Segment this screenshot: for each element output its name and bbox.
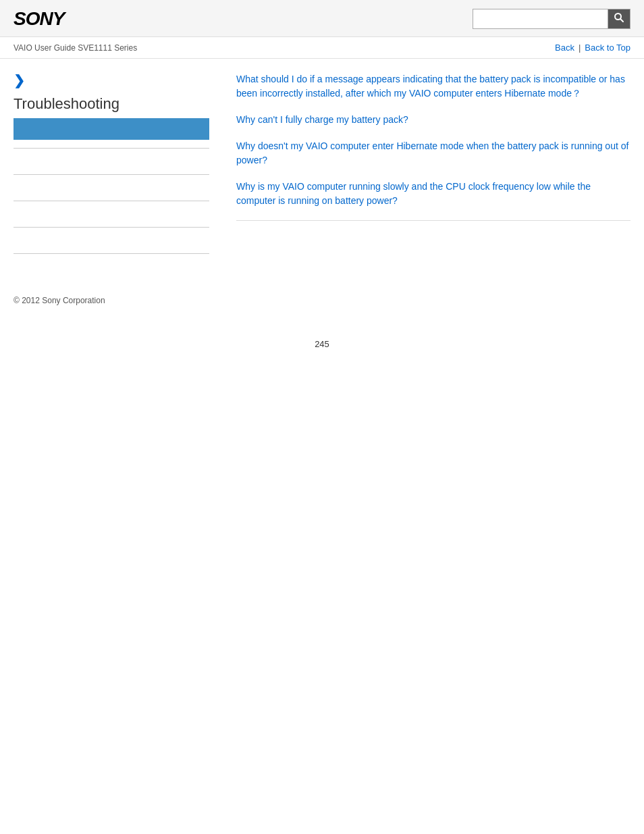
search-button[interactable] [608, 9, 630, 29]
content-link-2[interactable]: Why can't I fully charge my battery pack… [236, 113, 630, 127]
sidebar-spacer-1 [14, 157, 209, 166]
nav-separator: | [579, 43, 581, 53]
content-link-1[interactable]: What should I do if a message appears in… [236, 72, 630, 101]
content-link-3[interactable]: Why doesn't my VAIO computer enter Hiber… [236, 139, 630, 167]
sidebar-spacer-4 [14, 236, 209, 245]
back-to-top-link[interactable]: Back to Top [585, 43, 630, 53]
back-link[interactable]: Back [555, 43, 574, 53]
sidebar: ❯ Troubleshooting [14, 72, 223, 262]
sidebar-chevron-icon[interactable]: ❯ [14, 72, 209, 88]
search-input[interactable] [473, 9, 608, 29]
sidebar-spacer-2 [14, 183, 209, 192]
header: SONY [0, 0, 644, 37]
sidebar-divider-2 [14, 174, 209, 175]
sidebar-active-item[interactable] [14, 118, 209, 140]
main-content: ❯ Troubleshooting What should I do if a … [0, 59, 644, 276]
svg-line-1 [620, 19, 623, 22]
content-area: What should I do if a message appears in… [223, 72, 630, 262]
nav-bar: VAIO User Guide SVE1111 Series Back | Ba… [0, 37, 644, 59]
sidebar-divider-5 [14, 253, 209, 254]
search-icon [614, 12, 624, 26]
guide-title: VAIO User Guide SVE1111 Series [14, 43, 137, 53]
search-area [473, 9, 630, 29]
content-link-4[interactable]: Why is my VAIO computer running slowly a… [236, 180, 630, 208]
sidebar-title: Troubleshooting [14, 95, 209, 113]
sidebar-divider-1 [14, 148, 209, 149]
content-divider [236, 220, 630, 221]
sony-logo: SONY [14, 8, 64, 30]
footer: © 2012 Sony Corporation [0, 276, 644, 319]
page-number: 245 [0, 319, 644, 369]
sidebar-divider-3 [14, 201, 209, 201]
sidebar-spacer-3 [14, 209, 209, 219]
sidebar-divider-4 [14, 227, 209, 228]
copyright-text: © 2012 Sony Corporation [14, 296, 105, 305]
nav-links: Back | Back to Top [555, 43, 630, 53]
